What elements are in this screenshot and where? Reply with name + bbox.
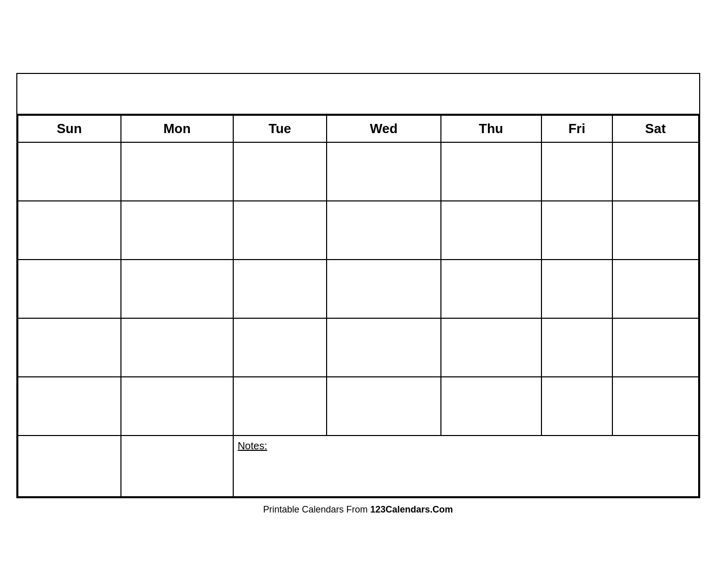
cell-r1-tue	[233, 142, 327, 201]
notes-label: Notes:	[238, 440, 267, 451]
header-fri: Fri	[541, 115, 613, 142]
cell-notes-mon	[121, 436, 233, 497]
cell-r3-thu	[441, 260, 541, 318]
cell-r3-mon	[121, 260, 233, 318]
calendar-header-row: Sun Mon Tue Wed Thu Fri Sat	[18, 115, 699, 142]
footer-bold-text: 123Calendars.Com	[371, 504, 453, 515]
cell-r5-fri	[541, 377, 613, 436]
cell-r4-thu	[441, 318, 541, 377]
cell-r5-sat	[612, 377, 698, 436]
cell-r4-mon	[121, 318, 233, 377]
header-wed: Wed	[327, 115, 441, 142]
cell-r5-thu	[441, 377, 541, 436]
header-mon: Mon	[121, 115, 233, 142]
cell-r1-mon	[121, 142, 233, 201]
footer: Printable Calendars From 123Calendars.Co…	[263, 504, 453, 515]
cell-r3-sat	[612, 260, 698, 318]
calendar-row-4	[18, 318, 699, 377]
cell-r3-tue	[233, 260, 327, 318]
cell-r5-wed	[327, 377, 441, 436]
cell-r2-tue	[233, 201, 327, 260]
calendar-title-row	[17, 74, 699, 115]
header-tue: Tue	[233, 115, 327, 142]
cell-r4-sun	[18, 318, 121, 377]
calendar-row-5	[18, 377, 699, 436]
cell-r3-fri	[541, 260, 613, 318]
calendar-table: Sun Mon Tue Wed Thu Fri Sat	[17, 115, 699, 497]
calendar-row-3	[18, 260, 699, 318]
cell-r2-wed	[327, 201, 441, 260]
header-thu: Thu	[441, 115, 541, 142]
cell-r1-wed	[327, 142, 441, 201]
cell-r1-sun	[18, 142, 121, 201]
cell-r5-mon	[121, 377, 233, 436]
calendar-notes-row: Notes:	[18, 436, 699, 497]
cell-r2-fri	[541, 201, 613, 260]
cell-r4-tue	[233, 318, 327, 377]
cell-r3-wed	[327, 260, 441, 318]
calendar-row-2	[18, 201, 699, 260]
cell-r1-thu	[441, 142, 541, 201]
cell-notes-sun	[18, 436, 121, 497]
footer-plain-text: Printable Calendars From	[263, 504, 370, 515]
notes-cell: Notes:	[233, 436, 699, 497]
cell-r4-fri	[541, 318, 613, 377]
cell-r5-tue	[233, 377, 327, 436]
cell-r4-sat	[612, 318, 698, 377]
calendar-row-1	[18, 142, 699, 201]
cell-r1-fri	[541, 142, 613, 201]
cell-r5-sun	[18, 377, 121, 436]
page-container: Sun Mon Tue Wed Thu Fri Sat	[0, 0, 716, 588]
header-sat: Sat	[612, 115, 698, 142]
header-sun: Sun	[18, 115, 121, 142]
cell-r1-sat	[612, 142, 698, 201]
cell-r2-mon	[121, 201, 233, 260]
cell-r2-sun	[18, 201, 121, 260]
cell-r4-wed	[327, 318, 441, 377]
cell-r2-thu	[441, 201, 541, 260]
calendar-wrapper: Sun Mon Tue Wed Thu Fri Sat	[16, 73, 700, 498]
cell-r2-sat	[612, 201, 698, 260]
cell-r3-sun	[18, 260, 121, 318]
